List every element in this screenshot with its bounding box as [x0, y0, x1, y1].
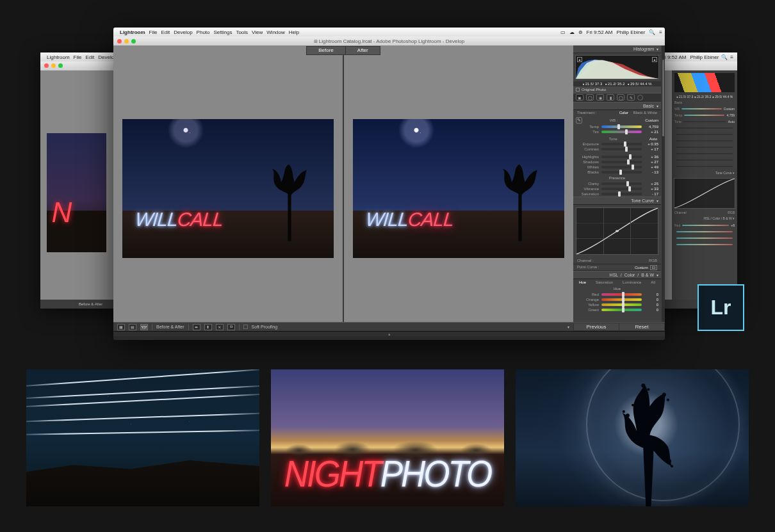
highlights-slider[interactable]: Highlights + 36 — [573, 154, 661, 159]
menu-app[interactable]: Lightroom — [120, 29, 145, 35]
hsl-green-slider[interactable]: Green 0 — [573, 307, 661, 312]
hsl-tab-all[interactable]: All — [649, 280, 657, 285]
spotlight-icon[interactable]: 🔍 — [649, 29, 655, 35]
menu-develop[interactable]: Develop — [174, 29, 192, 35]
titlebar: Lightroom Catalog.lrcat - Adobe Photosho… — [113, 36, 665, 45]
loupe-view-button[interactable]: ▦ — [117, 324, 125, 330]
contrast-slider[interactable]: Contrast + 17 — [573, 147, 661, 152]
grid-view-button[interactable]: ▤ — [129, 324, 136, 330]
menu-window[interactable]: Window — [266, 29, 284, 35]
hsl-red-slider[interactable]: Red 0 — [573, 292, 661, 297]
compare-view-button[interactable]: Y|Y — [140, 324, 148, 330]
pointcurve-toggle-icon[interactable]: ⊡ — [650, 265, 657, 270]
after-pane[interactable]: WILLCALL — [343, 55, 573, 322]
pointcurve-row[interactable]: Point Curve :Custom ⊡ — [573, 264, 661, 271]
hsl-tab-saturation[interactable]: Saturation — [594, 280, 615, 285]
hsl-tab-luminance[interactable]: Luminance — [621, 280, 643, 285]
clarity-slider[interactable]: Clarity + 25 — [573, 181, 661, 186]
joshua-tree-silhouette-icon — [590, 376, 702, 506]
reset-button[interactable]: Reset — [619, 323, 665, 331]
softproof-checkbox[interactable] — [243, 325, 248, 329]
thumb-text: N — [51, 197, 72, 229]
treatment-bw[interactable]: Black & White — [633, 111, 657, 115]
tone-curve[interactable] — [576, 207, 658, 255]
menu-edit[interactable]: Edit — [161, 29, 170, 35]
previous-button[interactable]: Previous — [573, 323, 619, 331]
battery-icon[interactable]: ▭ — [560, 29, 566, 35]
treatment-color[interactable]: Color — [619, 111, 628, 115]
wifi-icon[interactable]: ⊚ — [578, 29, 583, 35]
svg-point-8 — [662, 392, 666, 396]
saturation-slider[interactable]: Saturation - 17 — [573, 191, 661, 197]
tab-before[interactable]: Before — [306, 46, 345, 55]
menu-photo[interactable]: Photo — [197, 29, 210, 35]
shadows-slider[interactable]: Shadows + 27 — [573, 159, 661, 165]
grad-tool[interactable]: ▮ — [607, 94, 614, 101]
menu-file[interactable]: File — [149, 29, 158, 35]
ba-copy-button[interactable]: ⧉ — [227, 324, 235, 330]
tint-slider[interactable]: Tint + 21 — [573, 129, 661, 134]
gallery-photo-nightphoto: NIGHTPHOTO — [271, 369, 504, 506]
whites-slider[interactable]: Whites + 49 — [573, 165, 661, 170]
checkbox-icon[interactable] — [576, 88, 580, 92]
histogram-stats: 21.5/ 37.3 21.2/ 35.2 29.5/ 44.4 % — [573, 81, 661, 86]
window-title: Lightroom Catalog.lrcat - Adobe Photosho… — [113, 38, 665, 44]
hsl-orange-slider[interactable]: Orange 0 — [573, 297, 661, 302]
radial-tool[interactable]: ◯ — [617, 94, 624, 101]
cloud-icon[interactable]: ☁ — [569, 29, 575, 35]
basic-header[interactable]: Basic▾ — [573, 102, 661, 110]
ba-leftright-button[interactable]: ⬌ — [193, 324, 200, 330]
panel-scrollbar[interactable] — [662, 45, 665, 322]
menu-help[interactable]: Help — [289, 29, 299, 35]
svg-point-2 — [616, 230, 619, 232]
lightroom-window-front: Lightroom File Edit Develop Photo Settin… — [113, 28, 665, 340]
exposure-slider[interactable]: Exposure + 0.35 — [573, 141, 661, 147]
photo-strip: NIGHTPHOTO — [26, 369, 749, 506]
blacks-slider[interactable]: Blacks - 13 — [573, 170, 661, 175]
search-icon-back: 🔍 — [721, 54, 728, 60]
filmstrip-toggle[interactable]: ▴ — [113, 331, 665, 336]
chevron-down-icon: ▾ — [657, 104, 658, 108]
menu-view[interactable]: View — [252, 29, 263, 35]
hsl-tab-hue[interactable]: Hue — [577, 280, 588, 285]
histogram-back — [674, 73, 735, 92]
histogram-header[interactable]: Histogram▾ — [573, 45, 661, 53]
svg-point-6 — [642, 383, 646, 387]
ba-swap-button[interactable]: ⤨ — [216, 324, 224, 330]
lightpaint-nightphoto: NIGHTPHOTO — [271, 452, 504, 495]
ba-topbottom-button[interactable]: ⬍ — [204, 324, 212, 330]
notification-icon[interactable]: ≡ — [659, 29, 662, 35]
before-after-tabs: Before After — [306, 46, 380, 55]
tonecurve-header[interactable]: Tone Curve▾ — [573, 197, 661, 205]
gallery-photo-startrails — [26, 369, 259, 506]
original-photo-row[interactable]: Original Photo — [573, 86, 661, 93]
traffic-max-back — [58, 63, 63, 68]
hsl-yellow-slider[interactable]: Yellow 0 — [573, 302, 661, 307]
eyedropper-icon[interactable]: ✎ — [576, 117, 582, 124]
before-pane[interactable]: WILLCALL — [113, 55, 343, 322]
redeye-tool[interactable]: ◉ — [596, 94, 604, 101]
brush-tool[interactable]: ✎ — [627, 94, 635, 101]
menu-settings[interactable]: Settings — [214, 29, 232, 35]
traffic-close-back — [44, 63, 49, 68]
shadow-clip-icon[interactable]: ▲ — [577, 57, 582, 62]
svg-point-5 — [632, 403, 634, 406]
channel-row[interactable]: Channel :RGB — [573, 257, 661, 264]
crop-tool[interactable]: ▣ — [576, 94, 583, 101]
menubar-user[interactable]: Philip Ebiner — [616, 29, 645, 35]
tool-knob[interactable] — [637, 95, 643, 101]
highlight-clip-icon[interactable]: ▲ — [652, 57, 657, 62]
lightpaint-text-before: WILLCALL — [135, 209, 224, 230]
spot-tool[interactable]: ◯ — [586, 94, 594, 101]
toolbar-dropdown[interactable]: ▾ — [567, 325, 569, 329]
histogram[interactable]: ▲ ▲ — [575, 55, 659, 79]
tone-auto-button[interactable]: Auto — [649, 137, 657, 141]
hsl-header[interactable]: HSL / Color / B & W ▾ — [573, 271, 661, 279]
tab-after[interactable]: After — [345, 46, 380, 55]
vibrance-slider[interactable]: Vibrance + 33 — [573, 186, 661, 191]
wb-value[interactable]: Custom — [645, 118, 658, 122]
temp-slider[interactable]: Temp 4,759 — [573, 124, 661, 129]
menubar-clock[interactable]: Fri 9:52 AM — [587, 29, 613, 35]
menu-tools[interactable]: Tools — [236, 29, 248, 35]
joshua-tree-icon — [490, 163, 549, 241]
